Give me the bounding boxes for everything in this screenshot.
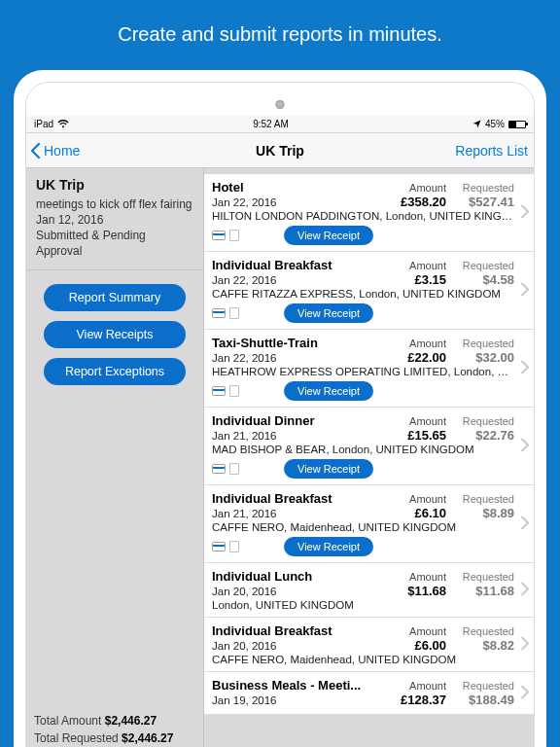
amount-value: £6.10 <box>384 506 446 520</box>
requested-label: Requested <box>446 680 514 692</box>
view-receipt-button[interactable]: View Receipt <box>284 303 373 323</box>
expense-row[interactable]: Business Meals - Meeti...AmountRequested… <box>204 672 534 715</box>
chevron-right-icon <box>520 685 530 701</box>
requested-label: Requested <box>446 493 514 505</box>
amount-label: Amount <box>384 493 446 505</box>
requested-value: $4.58 <box>446 272 514 287</box>
amount-value: $11.68 <box>384 584 446 598</box>
expense-date: Jan 21, 2016 <box>212 508 384 519</box>
status-device: iPad <box>34 119 53 129</box>
reports-list-link[interactable]: Reports List <box>455 143 528 159</box>
payment-icons <box>212 307 239 319</box>
amount-value: £22.00 <box>384 350 446 365</box>
view-receipt-button[interactable]: View Receipt <box>284 226 373 245</box>
expense-vendor: CAFFE NERO, Maidenhead, UNITED KINGDOM <box>212 654 514 665</box>
view-receipt-button[interactable]: View Receipt <box>284 381 373 401</box>
requested-value: $32.00 <box>446 350 514 365</box>
payment-icons <box>212 385 239 397</box>
location-icon <box>472 120 481 128</box>
view-receipts-button[interactable]: View Receipts <box>44 321 186 348</box>
expense-title: Individual Dinner <box>212 413 384 428</box>
requested-label: Requested <box>446 625 514 637</box>
requested-value: $527.41 <box>446 195 514 209</box>
receipt-icon <box>229 463 239 475</box>
requested-label: Requested <box>446 571 514 583</box>
card-icon <box>212 542 226 551</box>
total-amount-value: $2,446.27 <box>105 714 157 728</box>
card-icon <box>212 308 226 318</box>
requested-label: Requested <box>446 260 514 271</box>
report-exceptions-button[interactable]: Report Exceptions <box>44 358 186 385</box>
chevron-right-icon <box>520 516 530 532</box>
expense-vendor: HEATHROW EXPRESS OPERATING LIMITED, Lond… <box>212 366 514 377</box>
expense-row[interactable]: Individual BreakfastAmountRequestedJan 2… <box>204 252 534 330</box>
expense-vendor: MAD BISHOP & BEAR, London, UNITED KINGDO… <box>212 444 514 455</box>
trip-date: Jan 12, 2016 <box>36 212 193 228</box>
expense-date: Jan 20, 2016 <box>212 586 384 597</box>
payment-icons <box>212 463 239 475</box>
expense-date: Jan 22, 2016 <box>212 274 384 286</box>
chevron-right-icon <box>520 204 530 221</box>
expense-vendor: CAFFE RITAZZA EXPRESS, London, UNITED KI… <box>212 288 514 300</box>
receipt-icon <box>229 541 239 552</box>
expense-vendor: CAFFE NERO, Maidenhead, UNITED KINGDOM <box>212 521 514 533</box>
expense-title: Individual Breakfast <box>212 491 384 506</box>
requested-value: $188.49 <box>446 693 514 707</box>
nav-bar: Home UK Trip Reports List <box>26 133 534 168</box>
status-battery-pct: 45% <box>485 119 505 129</box>
expense-title: Business Meals - Meeti... <box>212 678 384 693</box>
total-requested-label: Total Requested <box>34 731 119 745</box>
amount-label: Amount <box>384 680 446 692</box>
sidebar: UK Trip meetings to kick off flex fairin… <box>26 168 203 747</box>
expense-row[interactable]: Taxi-Shuttle-TrainAmountRequestedJan 22,… <box>204 330 534 408</box>
expense-date: Jan 22, 2016 <box>212 352 384 364</box>
expense-date: Jan 22, 2016 <box>212 196 384 208</box>
back-button[interactable]: Home <box>28 142 80 160</box>
amount-label: Amount <box>384 571 446 583</box>
expense-title: Individual Lunch <box>212 569 384 584</box>
requested-value: $8.82 <box>446 638 514 653</box>
requested-value: $11.68 <box>446 584 514 598</box>
view-receipt-button[interactable]: View Receipt <box>284 459 373 479</box>
battery-icon <box>508 121 526 128</box>
content: UK Trip meetings to kick off flex fairin… <box>26 168 534 747</box>
expense-title: Individual Breakfast <box>212 258 384 272</box>
chevron-right-icon <box>520 360 530 376</box>
status-time: 9:52 AM <box>253 119 289 129</box>
expense-list[interactable]: HotelAmountRequestedJan 22, 2016£358.20$… <box>203 168 534 747</box>
amount-label: Amount <box>384 415 446 427</box>
trip-info: UK Trip meetings to kick off flex fairin… <box>26 168 203 270</box>
receipt-icon <box>229 385 239 397</box>
requested-value: $22.76 <box>446 428 514 443</box>
amount-label: Amount <box>384 182 446 194</box>
expense-row[interactable]: HotelAmountRequestedJan 22, 2016£358.20$… <box>204 174 534 252</box>
expense-row[interactable]: Individual BreakfastAmountRequestedJan 2… <box>204 485 534 563</box>
amount-value: £358.20 <box>384 195 446 209</box>
chevron-right-icon <box>520 282 530 299</box>
chevron-right-icon <box>520 438 530 454</box>
requested-label: Requested <box>446 415 514 427</box>
payment-icons <box>212 230 239 241</box>
card-icon <box>212 464 226 474</box>
back-label: Home <box>44 143 80 159</box>
ipad-frame: iPad 9:52 AM 45% Home <box>14 70 546 747</box>
payment-icons <box>212 541 239 552</box>
receipt-icon <box>229 307 239 319</box>
ipad-bezel: iPad 9:52 AM 45% Home <box>25 82 535 747</box>
report-summary-button[interactable]: Report Summary <box>44 284 186 311</box>
trip-status: Submitted & Pending Approval <box>36 228 193 259</box>
trip-name: UK Trip <box>36 176 193 195</box>
expense-row[interactable]: Individual DinnerAmountRequestedJan 21, … <box>204 408 534 485</box>
page-title: UK Trip <box>256 143 304 159</box>
wifi-icon <box>57 120 69 128</box>
chevron-right-icon <box>520 582 530 598</box>
amount-value: £6.00 <box>384 638 446 653</box>
expense-row[interactable]: Individual LunchAmountRequestedJan 20, 2… <box>204 563 534 618</box>
view-receipt-button[interactable]: View Receipt <box>284 537 373 556</box>
requested-value: $8.89 <box>446 506 514 520</box>
card-icon <box>212 231 226 240</box>
expense-vendor: HILTON LONDON PADDINGTON, London, UNITED… <box>212 210 514 222</box>
marketing-tagline: Create and submit reports in minutes. <box>0 0 560 70</box>
amount-label: Amount <box>384 338 446 349</box>
expense-row[interactable]: Individual BreakfastAmountRequestedJan 2… <box>204 618 534 672</box>
